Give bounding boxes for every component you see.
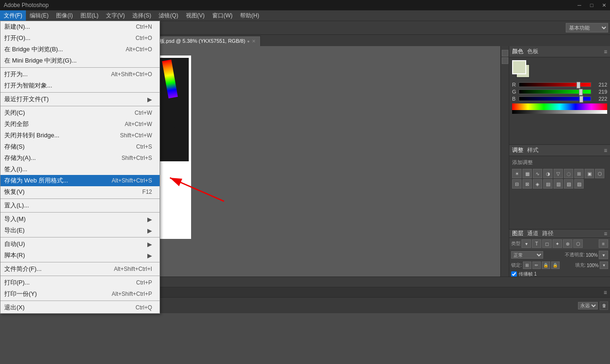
menu-browse-bridge-shortcut: Alt+Ctrl+O — [126, 46, 152, 53]
menu-save-as-label: 存储为(A)... — [4, 154, 36, 162]
file-menu-dropdown: 新建(N)... Ctrl+N 打开(O)... Ctrl+O 在 Bridge… — [0, 21, 160, 314]
menu-import[interactable]: 导入(M) ▶ — [0, 214, 160, 225]
sep-4 — [0, 198, 160, 199]
menu-save-web-label: 存储为 Web 所用格式... — [4, 176, 68, 185]
menu-recent-arrow: ▶ — [147, 96, 152, 103]
menu-overlay[interactable]: 新建(N)... Ctrl+N 打开(O)... Ctrl+O 在 Bridge… — [0, 0, 610, 364]
menu-scripts-arrow: ▶ — [147, 252, 152, 259]
sep-9 — [0, 301, 160, 301]
menu-fileinfo[interactable]: 文件简介(F)... Alt+Shift+Ctrl+I — [0, 263, 160, 275]
menu-revert-shortcut: F12 — [142, 189, 152, 195]
sep-7 — [0, 262, 160, 262]
menu-browse-bridge-label: 在 Bridge 中浏览(B)... — [4, 45, 63, 54]
menu-scripts-label: 脚本(R) — [4, 251, 25, 260]
menu-new[interactable]: 新建(N)... Ctrl+N — [0, 21, 160, 32]
menu-open-shortcut: Ctrl+O — [136, 35, 152, 41]
menu-close-bridge[interactable]: 关闭并转到 Bridge... Shift+Ctrl+W — [0, 130, 160, 141]
menu-exit[interactable]: 退出(X) Ctrl+Q — [0, 302, 160, 313]
menu-place-label: 置入(L)... — [4, 201, 29, 210]
menu-open-label: 打开(O)... — [4, 34, 31, 42]
menu-save-web-shortcut: Alt+Shift+Ctrl+S — [112, 177, 152, 184]
menu-browse-mini-label: 在 Mini Bridge 中浏览(G)... — [4, 56, 77, 65]
menu-print-label: 打印(P)... — [4, 278, 30, 287]
menu-recent[interactable]: 最近打开文件(T) ▶ — [0, 94, 160, 105]
menu-save-label: 存储(S) — [4, 142, 24, 151]
menu-fileinfo-label: 文件简介(F)... — [4, 265, 41, 273]
menu-close-label: 关闭(C) — [4, 109, 25, 117]
menu-automate-label: 自动(U) — [4, 240, 25, 248]
menu-save-shortcut: Ctrl+S — [136, 143, 152, 150]
menu-print-one-label: 打印一份(Y) — [4, 290, 37, 298]
menu-save[interactable]: 存储(S) Ctrl+S — [0, 141, 160, 152]
menu-close-bridge-label: 关闭并转到 Bridge... — [4, 131, 59, 140]
menu-export-label: 导出(E) — [4, 226, 24, 235]
menu-browse-mini[interactable]: 在 Mini Bridge 中浏览(G)... — [0, 55, 160, 66]
menu-open-smart-label: 打开为智能对象... — [4, 81, 52, 90]
menu-import-label: 导入(M) — [4, 215, 26, 223]
menu-save-as-shortcut: Shift+Ctrl+S — [121, 155, 152, 161]
sep-1 — [0, 67, 160, 68]
menu-place[interactable]: 置入(L)... — [0, 200, 160, 211]
menu-import-arrow: ▶ — [147, 216, 152, 223]
menu-close-all-label: 关闭全部 — [4, 120, 29, 128]
sep-3 — [0, 106, 160, 106]
menu-revert[interactable]: 恢复(V) F12 — [0, 186, 160, 198]
menu-close-all[interactable]: 关闭全部 Alt+Ctrl+W — [0, 119, 160, 130]
menu-close-all-shortcut: Alt+Ctrl+W — [125, 121, 152, 127]
menu-checkin[interactable]: 签入(I)... — [0, 164, 160, 175]
menu-print-shortcut: Ctrl+P — [136, 279, 152, 286]
sep-5 — [0, 212, 160, 213]
menu-open-as-shortcut: Alt+Shift+Ctrl+O — [111, 71, 152, 78]
menu-recent-label: 最近打开文件(T) — [4, 95, 49, 103]
menu-open-as[interactable]: 打开为... Alt+Shift+Ctrl+O — [0, 69, 160, 80]
menu-close[interactable]: 关闭(C) Ctrl+W — [0, 107, 160, 119]
menu-save-as[interactable]: 存储为(A)... Shift+Ctrl+S — [0, 152, 160, 164]
menu-checkin-label: 签入(I)... — [4, 165, 27, 174]
menu-open-as-label: 打开为... — [4, 70, 28, 79]
menu-automate[interactable]: 自动(U) ▶ — [0, 238, 160, 250]
sep-2 — [0, 92, 160, 93]
menu-export-arrow: ▶ — [147, 227, 152, 234]
menu-export[interactable]: 导出(E) ▶ — [0, 225, 160, 236]
menu-browse-bridge[interactable]: 在 Bridge 中浏览(B)... Alt+Ctrl+O — [0, 44, 160, 55]
menu-print-one-shortcut: Alt+Shift+Ctrl+P — [112, 291, 152, 297]
menu-exit-shortcut: Ctrl+Q — [136, 304, 152, 311]
menu-new-shortcut: Ctrl+N — [136, 24, 152, 30]
menu-open[interactable]: 打开(O)... Ctrl+O — [0, 32, 160, 44]
menu-open-smart[interactable]: 打开为智能对象... — [0, 80, 160, 91]
menu-save-web[interactable]: 存储为 Web 所用格式... Alt+Shift+Ctrl+S — [0, 175, 160, 186]
menu-fileinfo-shortcut: Alt+Shift+Ctrl+I — [114, 266, 152, 272]
sep-6 — [0, 237, 160, 237]
menu-new-label: 新建(N)... — [4, 23, 30, 31]
menu-close-shortcut: Ctrl+W — [135, 110, 152, 116]
menu-revert-label: 恢复(V) — [4, 188, 24, 196]
menu-automate-arrow: ▶ — [147, 241, 152, 248]
menu-exit-label: 退出(X) — [4, 303, 24, 312]
sep-8 — [0, 276, 160, 276]
menu-print[interactable]: 打印(P)... Ctrl+P — [0, 277, 160, 288]
menu-scripts[interactable]: 脚本(R) ▶ — [0, 250, 160, 261]
menu-print-one[interactable]: 打印一份(Y) Alt+Shift+Ctrl+P — [0, 288, 160, 300]
menu-close-bridge-shortcut: Shift+Ctrl+W — [120, 132, 152, 139]
